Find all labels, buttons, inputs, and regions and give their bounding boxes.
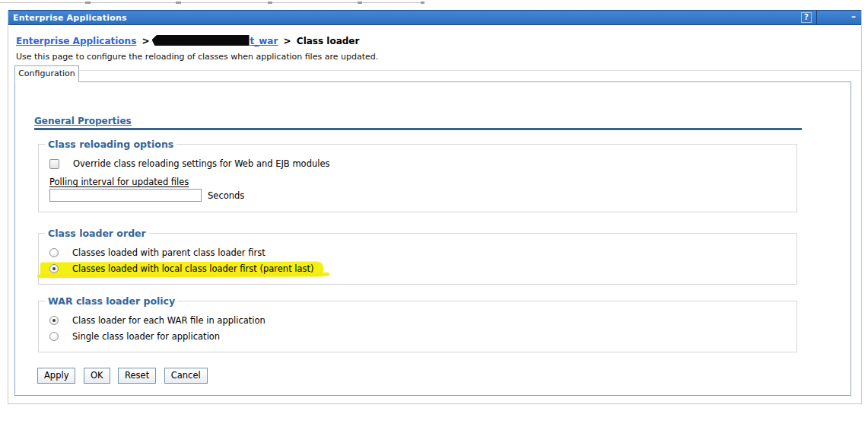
breadcrumb-app-suffix[interactable]: t_war	[250, 36, 278, 46]
breadcrumb-link-application[interactable]: t_war	[152, 36, 278, 46]
minimize-icon[interactable]: –	[851, 11, 861, 24]
class-reloading-options-legend: Class reloading options	[45, 139, 176, 150]
cropped-browser-mark	[358, 2, 362, 4]
cropped-browser-mark	[85, 2, 91, 4]
ok-button[interactable]: OK	[84, 368, 110, 384]
redacted-app-name	[152, 35, 250, 46]
reset-button[interactable]: Reset	[118, 368, 156, 384]
cancel-button[interactable]: Cancel	[164, 368, 208, 384]
radio-war-single[interactable]	[49, 332, 59, 341]
radio-parent-first[interactable]	[49, 248, 59, 257]
page-description: Use this page to configure the reloading…	[16, 52, 378, 62]
page: Enterprise Applications ? – Enterprise A…	[0, 0, 868, 424]
override-reloading-checkbox[interactable]	[49, 159, 59, 169]
breadcrumb-separator: >	[141, 36, 149, 46]
radio-war-single-label: Single class loader for application	[72, 331, 220, 342]
titlebar-right-section: –	[817, 11, 861, 24]
breadcrumb-link-enterprise-applications[interactable]: Enterprise Applications	[16, 36, 136, 46]
apply-button[interactable]: Apply	[37, 368, 75, 384]
cropped-browser-mark	[176, 2, 181, 4]
tab-configuration[interactable]: Configuration	[14, 65, 79, 82]
radio-parent-last-label: Classes loaded with local class loader f…	[72, 263, 314, 274]
window-titlebar: Enterprise Applications ? –	[8, 10, 861, 25]
action-button-row: Apply OK Reset Cancel	[37, 368, 851, 384]
override-reloading-label: Override class reloading settings for We…	[73, 158, 329, 169]
polling-interval-unit: Seconds	[208, 190, 244, 201]
polling-interval-input[interactable]	[49, 189, 202, 202]
class-reloading-options-group: Class reloading options Override class r…	[38, 139, 797, 212]
tab-row-line	[79, 70, 860, 71]
polling-interval-label: Polling interval for updated files	[49, 177, 189, 187]
cropped-browser-mark	[268, 2, 272, 4]
window-title: Enterprise Applications	[8, 13, 801, 23]
war-class-loader-policy-group: WAR class loader policy Class loader for…	[38, 295, 797, 352]
enterprise-applications-window: Enterprise Applications ? – Enterprise A…	[8, 10, 862, 404]
cropped-browser-mark	[421, 2, 424, 4]
breadcrumb-separator: >	[284, 36, 291, 46]
radio-war-each-file[interactable]	[49, 316, 59, 325]
radio-parent-first-label: Classes loaded with parent class loader …	[72, 247, 265, 258]
war-class-loader-policy-legend: WAR class loader policy	[45, 295, 178, 307]
breadcrumb-current: Class loader	[297, 36, 360, 46]
class-loader-order-legend: Class loader order	[45, 228, 149, 239]
configuration-panel: General Properties Class reloading optio…	[14, 81, 851, 396]
radio-parent-last[interactable]	[49, 264, 59, 273]
breadcrumb: Enterprise Applications >t_war > Class l…	[16, 35, 359, 46]
class-loader-order-group: Class loader order Classes loaded with p…	[38, 228, 797, 285]
general-properties-heading: General Properties	[34, 116, 802, 130]
help-icon[interactable]: ?	[801, 12, 812, 23]
radio-war-each-file-label: Class loader for each WAR file in applic…	[72, 315, 265, 326]
